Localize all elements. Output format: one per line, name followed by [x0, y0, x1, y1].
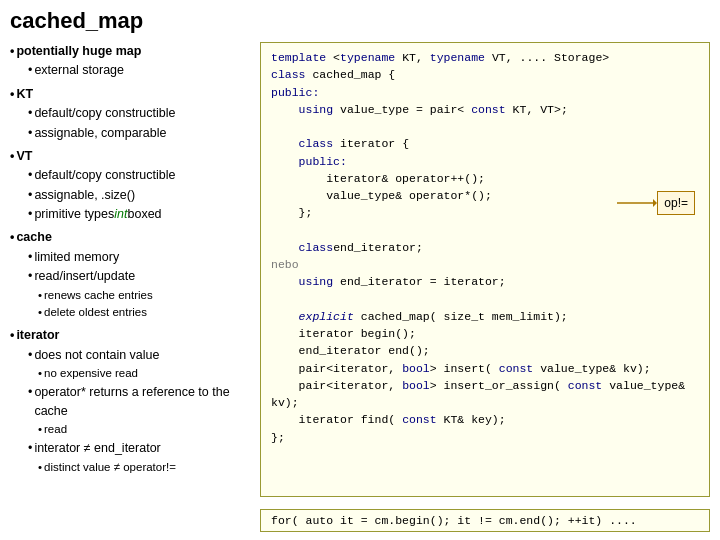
code-line-4: using value_type = pair< const KT, VT>;	[271, 101, 699, 118]
bottom-code-block: for( auto it = cm.begin(); it != cm.end(…	[260, 509, 710, 532]
bullet-kt-sub2: assignable, comparable	[28, 124, 250, 143]
code-line-6: class iterator {	[271, 135, 699, 152]
bullet-cache: cache	[10, 228, 250, 247]
bullet-read: read	[38, 421, 250, 439]
code-line-21: iterator find( const KT& key);	[271, 411, 699, 428]
bullet-vt-sub1: default/copy constructible	[28, 166, 250, 185]
bullet-no-expensive: no expensive read	[38, 365, 250, 383]
code-line-8: iterator& operator++();	[271, 170, 699, 187]
section-huge-map: potentially huge map external storage	[10, 42, 250, 81]
bullet-huge-map: potentially huge map	[10, 42, 250, 61]
code-line-7: public:	[271, 153, 699, 170]
callout-arrow-icon	[617, 196, 657, 210]
code-line-1: template <typename KT, typename VT, ....…	[271, 49, 699, 66]
bullet-cache-sub1: limited memory	[28, 248, 250, 267]
bullet-cache-sub2: read/insert/update	[28, 267, 250, 286]
bottom-spacer	[10, 501, 250, 532]
code-line-14: using end_iterator = iterator;	[271, 273, 699, 290]
code-line-17: iterator begin();	[271, 325, 699, 342]
code-line-16: explicit cached_map( size_t mem_limit);	[271, 308, 699, 325]
callout-box: op!=	[657, 191, 695, 215]
code-line-15	[271, 291, 699, 308]
bottom-row: for( auto it = cm.begin(); it != cm.end(…	[10, 501, 710, 532]
section-cache: cache limited memory read/insert/update …	[10, 228, 250, 322]
bullet-vt-sub3: primitive types int boxed	[28, 205, 250, 224]
page: cached_map potentially huge map external…	[0, 0, 720, 540]
code-line-20: pair<iterator, bool> insert_or_assign( c…	[271, 377, 699, 412]
bullet-vt-sub2: assignable, .size()	[28, 186, 250, 205]
bullet-kt-sub1: default/copy constructible	[28, 104, 250, 123]
code-line-18: end_iterator end();	[271, 342, 699, 359]
bullet-operator-star: operator* returns a reference to the cac…	[28, 383, 250, 422]
left-panel: potentially huge map external storage KT…	[10, 42, 250, 497]
bullet-iter-sub1: does not contain value	[28, 346, 250, 365]
bullet-external-storage: external storage	[28, 61, 250, 80]
code-line-19: pair<iterator, bool> insert( const value…	[271, 360, 699, 377]
bullet-iterator: iterator	[10, 326, 250, 345]
code-line-22: };	[271, 429, 699, 446]
bullet-vt: VT	[10, 147, 250, 166]
right-panel: template <typename KT, typename VT, ....…	[260, 42, 710, 497]
callout-container: op!=	[617, 191, 695, 215]
bullet-delete: delete oldest entries	[38, 304, 250, 322]
code-line-3: public:	[271, 84, 699, 101]
code-line-12: class end_iterator;	[271, 239, 699, 256]
bullet-renews: renews cache entries	[38, 287, 250, 305]
code-block: template <typename KT, typename VT, ....…	[271, 49, 699, 446]
bullet-interator-neq: interator ≠ end_iterator	[28, 439, 250, 458]
page-title: cached_map	[10, 8, 710, 34]
code-line-2: class cached_map {	[271, 66, 699, 83]
section-iterator: iterator does not contain value no expen…	[10, 326, 250, 476]
content-area: potentially huge map external storage KT…	[10, 42, 710, 497]
code-line-13: nebo	[271, 256, 699, 273]
section-kt: KT default/copy constructible assignable…	[10, 85, 250, 143]
code-line-5	[271, 118, 699, 135]
section-vt: VT default/copy constructible assignable…	[10, 147, 250, 225]
bullet-distinct-value: distinct value ≠ operator!=	[38, 459, 250, 477]
bullet-kt: KT	[10, 85, 250, 104]
code-line-11	[271, 222, 699, 239]
